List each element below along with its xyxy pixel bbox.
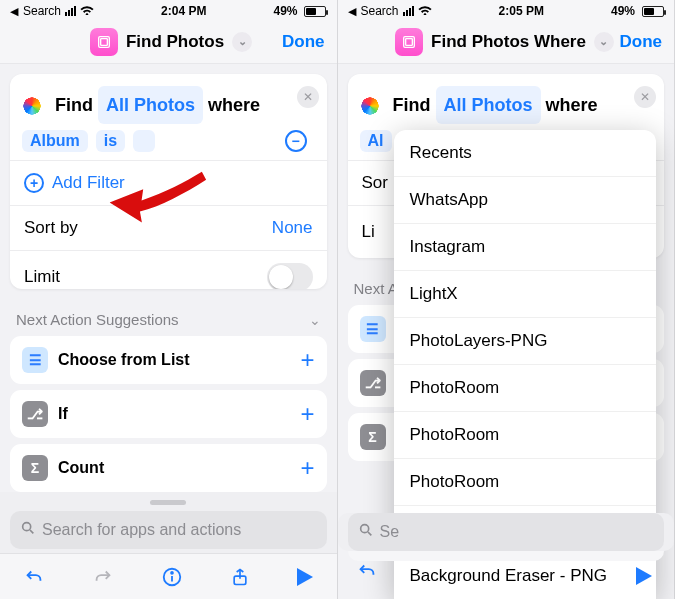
- limit-toggle[interactable]: [267, 263, 313, 289]
- svg-rect-1: [101, 38, 108, 45]
- word-where: where: [546, 88, 598, 122]
- svg-rect-9: [406, 38, 413, 45]
- dropdown-item[interactable]: Recents: [394, 130, 657, 177]
- nav-title: Find Photos: [126, 32, 224, 52]
- run-button[interactable]: [636, 567, 652, 585]
- sort-label-partial: Sor: [362, 173, 388, 193]
- status-time: 2:05 PM: [499, 4, 544, 18]
- dropdown-item[interactable]: PhotoLayers-PNG: [394, 318, 657, 365]
- svg-line-3: [30, 530, 33, 533]
- done-button[interactable]: Done: [619, 32, 662, 52]
- search-input[interactable]: Se: [348, 513, 665, 551]
- dropdown-item[interactable]: LightX: [394, 271, 657, 318]
- suggestion-choose-from-list[interactable]: ☰Choose from List +: [10, 336, 327, 384]
- photos-library-icon: [22, 96, 42, 116]
- back-app-label[interactable]: Search: [23, 4, 61, 18]
- filter-field-token[interactable]: Album: [22, 130, 88, 152]
- expand-toggle[interactable]: ⌄: [594, 32, 614, 52]
- cellular-icon: [403, 6, 414, 16]
- verb-find: Find: [55, 88, 93, 122]
- battery-icon: [301, 6, 326, 17]
- redo-button: [92, 566, 114, 588]
- nav-bar: Find Photos ⌄ Done: [0, 20, 337, 64]
- done-button[interactable]: Done: [282, 32, 325, 52]
- sum-icon: Σ: [22, 455, 48, 481]
- svg-point-6: [171, 571, 173, 573]
- filter-field-token-partial[interactable]: Al: [360, 130, 392, 152]
- chevron-down-icon: ⌄: [309, 312, 321, 328]
- wifi-icon: [80, 4, 94, 18]
- add-suggestion-button[interactable]: +: [300, 454, 314, 482]
- cellular-icon: [65, 6, 76, 16]
- branch-icon: ⎇: [22, 401, 48, 427]
- battery-label: 49%: [611, 4, 635, 18]
- nav-title: Find Photos Where: [431, 32, 586, 52]
- nav-bar: Find Photos Where ⌄ Done: [338, 20, 675, 64]
- word-where: where: [208, 88, 260, 122]
- suggestions-title-partial: Next A: [354, 280, 398, 297]
- svg-point-10: [360, 525, 368, 533]
- undo-button[interactable]: [23, 566, 45, 588]
- sort-label: Sort by: [24, 218, 78, 238]
- list-icon: ☰: [22, 347, 48, 373]
- share-button[interactable]: [230, 566, 250, 588]
- status-bar: ◀ Search 2:04 PM 49%: [0, 0, 337, 20]
- suggestion-count[interactable]: ΣCount +: [10, 444, 327, 492]
- token-all-photos[interactable]: All Photos: [436, 86, 541, 124]
- status-time: 2:04 PM: [161, 4, 206, 18]
- branch-icon: ⎇: [360, 370, 386, 396]
- sum-icon: Σ: [360, 424, 386, 450]
- wifi-icon: [418, 4, 432, 18]
- add-suggestion-button[interactable]: +: [300, 346, 314, 374]
- expand-toggle[interactable]: ⌄: [232, 32, 252, 52]
- filter-op-token[interactable]: is: [96, 130, 125, 152]
- back-app-label[interactable]: Search: [361, 4, 399, 18]
- back-caret-icon[interactable]: ◀: [10, 5, 18, 18]
- token-all-photos[interactable]: All Photos: [98, 86, 203, 124]
- suggestions-header[interactable]: Next Action Suggestions ⌄: [10, 301, 327, 330]
- photos-library-icon: [360, 96, 380, 116]
- plus-icon: +: [24, 173, 44, 193]
- search-text-partial: Se: [380, 523, 400, 541]
- add-suggestion-button[interactable]: +: [300, 400, 314, 428]
- svg-point-2: [23, 523, 31, 531]
- search-input[interactable]: Search for apps and actions: [10, 511, 327, 549]
- limit-label-partial: Li: [362, 222, 375, 242]
- photos-app-icon: [90, 28, 118, 56]
- suggestion-if[interactable]: ⎇If +: [10, 390, 327, 438]
- clear-action-icon[interactable]: ✕: [297, 86, 319, 108]
- svg-line-11: [368, 532, 371, 535]
- dropdown-item[interactable]: WhatsApp: [394, 177, 657, 224]
- clear-action-icon[interactable]: ✕: [634, 86, 656, 108]
- dropdown-item[interactable]: PhotoRoom: [394, 365, 657, 412]
- dropdown-item[interactable]: Background Eraser - PNG: [394, 553, 657, 599]
- bottom-toolbar: [0, 553, 337, 599]
- dropdown-item[interactable]: Instagram: [394, 224, 657, 271]
- info-button[interactable]: [161, 566, 183, 588]
- search-placeholder: Search for apps and actions: [42, 521, 241, 539]
- sort-value[interactable]: None: [272, 218, 313, 238]
- limit-label: Limit: [24, 267, 60, 287]
- back-caret-icon[interactable]: ◀: [348, 5, 356, 18]
- undo-button[interactable]: [356, 560, 378, 587]
- verb-find: Find: [393, 88, 431, 122]
- drag-handle[interactable]: [150, 500, 186, 505]
- magnifier-icon: [20, 520, 36, 540]
- search-panel: Search for apps and actions: [0, 492, 337, 553]
- status-bar: ◀ Search 2:05 PM 49%: [338, 0, 675, 20]
- magnifier-icon: [358, 522, 374, 542]
- photos-app-icon: [395, 28, 423, 56]
- battery-icon: [639, 6, 664, 17]
- dropdown-item[interactable]: PhotoRoom: [394, 459, 657, 506]
- limit-row: Limit: [10, 250, 327, 289]
- run-button[interactable]: [297, 568, 313, 586]
- list-icon: ☰: [360, 316, 386, 342]
- dropdown-item[interactable]: PhotoRoom: [394, 412, 657, 459]
- remove-filter-button[interactable]: −: [285, 130, 307, 152]
- battery-label: 49%: [273, 4, 297, 18]
